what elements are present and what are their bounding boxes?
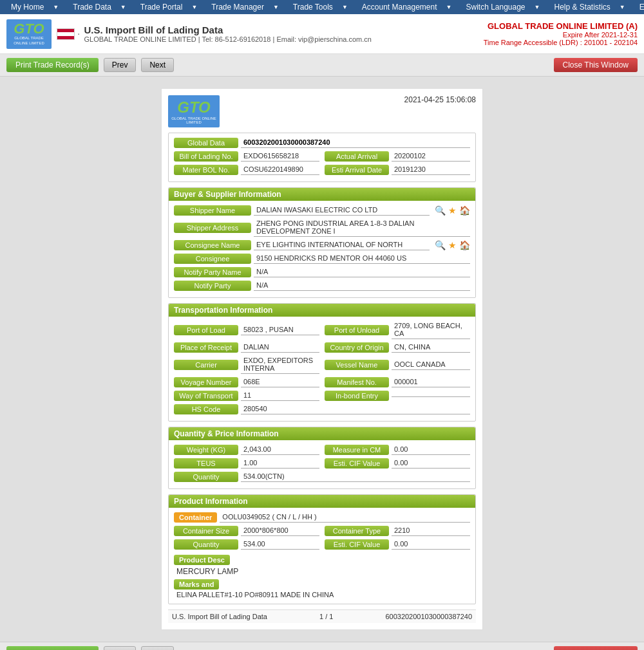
- nav-help[interactable]: Help & Statistics ▼: [547, 3, 632, 12]
- logo-area: GTO GLOBAL TRADEONLINE LIMITED ·: [6, 19, 80, 49]
- voyage-manifest-row: Voyage Number 068E Manifest No. 000001: [174, 376, 470, 387]
- voyage-row: Voyage Number 068E: [174, 376, 319, 387]
- container-value: OOLU0349052 ( CN / L / HH ): [220, 512, 470, 523]
- global-data-section: Global Data 6003202001030000387240 Bill …: [168, 133, 476, 182]
- measure-row: Measure in CM 0.00: [325, 444, 470, 455]
- shipper-name-row: Shipper Name DALIAN IWASAKI ELECTRIC CO …: [174, 205, 470, 216]
- container-row: Container OOLU0349052 ( CN / L / HH ): [174, 512, 470, 523]
- nav-tradetools[interactable]: Trade Tools ▼: [286, 3, 355, 12]
- close-button[interactable]: Close This Window: [554, 58, 638, 72]
- way-transport-label: Way of Transport: [174, 391, 238, 401]
- container-label: Container: [174, 512, 217, 523]
- quantity-label: Quantity: [174, 472, 238, 482]
- nav-language[interactable]: Switch Language ▼: [459, 3, 547, 12]
- teus-row: TEUS 1.00: [174, 458, 319, 469]
- chevron-icon: ▼: [269, 4, 283, 10]
- voyage-label: Voyage Number: [174, 377, 238, 387]
- record-gto-text: GTO: [177, 98, 211, 116]
- record-header: GTO GLOBAL TRADE ONLINE LIMITED 2021-04-…: [168, 95, 476, 127]
- inbond-row: In-bond Entry: [325, 390, 470, 401]
- actual-arrival-label: Actual Arrival: [325, 151, 389, 162]
- voyage-value: 068E: [241, 376, 319, 387]
- consignee-name-row: Consignee Name EYE LIGHTING INTERNATIONA…: [174, 239, 470, 250]
- nav-account[interactable]: Account Management ▼: [355, 3, 459, 12]
- prev-button[interactable]: Prev: [104, 58, 137, 72]
- star-icon[interactable]: ★: [448, 240, 457, 250]
- nav-exit[interactable]: Exit: [632, 3, 644, 12]
- buyer-supplier-title: Buyer & Supplier Information: [169, 188, 475, 201]
- teus-cif-row: TEUS 1.00 Esti. CIF Value 0.00: [174, 458, 470, 469]
- mater-bol-label: Mater BOL No.: [174, 165, 238, 175]
- shipper-name-icons: 🔍 ★ 🏠: [435, 205, 470, 216]
- record-logo-sub: GLOBAL TRADE ONLINE LIMITED: [168, 116, 220, 124]
- weight-label: Weight (KG): [174, 445, 238, 455]
- vessel-row: Vessel Name OOCL CANADA: [325, 355, 470, 374]
- manifest-row: Manifest No. 000001: [325, 376, 470, 387]
- bottom-print-button[interactable]: Print Trade Record(s): [6, 646, 99, 650]
- product-qty-row: Quantity 534.00: [174, 539, 319, 550]
- product-cif-value: 0.00: [392, 539, 470, 550]
- consignee-row: Consignee 9150 HENDRICKS RD MENTOR OH 44…: [174, 253, 470, 264]
- top-navigation: My Home ▼ Trade Data ▼ Trade Portal ▼ Tr…: [0, 0, 644, 14]
- quantity-price-section: Quantity & Price Information Weight (KG)…: [168, 427, 476, 489]
- search-icon[interactable]: 🔍: [435, 240, 446, 250]
- company-logo: GTO GLOBAL TRADEONLINE LIMITED: [6, 19, 52, 49]
- weight-value: 2,043.00: [241, 444, 319, 455]
- home-icon[interactable]: 🏠: [459, 240, 470, 250]
- nav-tradedata[interactable]: Trade Data ▼: [66, 3, 133, 12]
- home-icon[interactable]: 🏠: [459, 205, 470, 216]
- esti-cif-value: 0.00: [392, 458, 470, 469]
- product-qty-cif-row: Quantity 534.00 Esti. CIF Value 0.00: [174, 539, 470, 550]
- way-inbond-row: Way of Transport 11 In-bond Entry: [174, 390, 470, 401]
- print-button[interactable]: Print Trade Record(s): [6, 58, 99, 72]
- bottom-prev-button[interactable]: Prev: [104, 646, 137, 650]
- next-button[interactable]: Next: [141, 58, 174, 72]
- nav-trademanager[interactable]: Trade Manager ▼: [204, 3, 286, 12]
- bol-row: Bill of Lading No. EXDO615658218 Actual …: [174, 151, 470, 162]
- shipper-name-label: Shipper Name: [174, 205, 251, 216]
- buyer-supplier-body: Shipper Name DALIAN IWASAKI ELECTRIC CO …: [169, 201, 475, 297]
- country-origin-row: Country of Origin CN, CHINA: [325, 342, 470, 353]
- actual-arrival-row: Actual Arrival 20200102: [325, 151, 470, 162]
- shipper-address-label: Shipper Address: [174, 223, 251, 233]
- header-title-area: U.S. Import Bill of Lading Data GLOBAL T…: [84, 24, 371, 43]
- bottom-close-button[interactable]: Close This Window: [554, 646, 638, 650]
- consignee-name-icons: 🔍 ★ 🏠: [435, 240, 470, 250]
- bol-no-label: Bill of Lading No.: [174, 151, 238, 162]
- mater-bol-row: Mater BOL No. COSU6220149890: [174, 164, 319, 175]
- port-row: Port of Load 58023 , PUSAN Port of Unloa…: [174, 320, 470, 339]
- nav-tradeportal[interactable]: Trade Portal ▼: [133, 3, 205, 12]
- inbond-value: [392, 394, 470, 397]
- product-info-section: Product Information Container OOLU034905…: [168, 494, 476, 604]
- header-bar: GTO GLOBAL TRADEONLINE LIMITED · U.S. Im…: [0, 14, 644, 54]
- consignee-name-label: Consignee Name: [174, 240, 251, 250]
- carrier-value: EXDO, EXPEDITORS INTERNA: [241, 355, 319, 374]
- port-unload-row: Port of Unload 2709, LONG BEACH, CA: [325, 320, 470, 339]
- search-icon[interactable]: 🔍: [435, 205, 446, 216]
- time-range: Time Range Accessible (LDR) : 201001 - 2…: [484, 39, 638, 46]
- port-unload-value: 2709, LONG BEACH, CA: [392, 320, 470, 339]
- chevron-icon: ▼: [616, 4, 629, 10]
- marks-area: Marks and ELINA PALLET#1-10 PO#80911 MAD…: [174, 578, 470, 600]
- notify-party-name-value: N/A: [254, 266, 470, 277]
- bottom-next-button[interactable]: Next: [141, 646, 174, 650]
- consignee-name-value: EYE LIGHTING INTERNATIONAL OF NORTH: [254, 239, 430, 250]
- notify-party-label: Notify Party: [174, 281, 251, 291]
- shipper-address-row: Shipper Address ZHENG PONG INDUSTRIAL AR…: [174, 218, 470, 237]
- way-transport-value: 11: [241, 390, 319, 401]
- chevron-icon: ▼: [531, 4, 544, 10]
- logo-gto-text: GTO: [14, 22, 44, 36]
- port-load-label: Port of Load: [174, 325, 238, 335]
- star-icon[interactable]: ★: [448, 205, 457, 216]
- actual-arrival-value: 20200102: [392, 151, 470, 162]
- container-size-row: Container Size 2000*806*800: [174, 525, 319, 536]
- chevron-icon: ▼: [338, 4, 352, 10]
- bol-no-value: EXDO615658218: [241, 151, 319, 162]
- header-subtitle: GLOBAL TRADE ONLINE LIMITED | Tel: 86-51…: [84, 35, 371, 43]
- expire-date: Expire After 2021-12-31: [484, 31, 638, 39]
- quantity-value: 534.00(CTN): [241, 471, 470, 482]
- container-size-value: 2000*806*800: [241, 525, 319, 536]
- record-card: GTO GLOBAL TRADE ONLINE LIMITED 2021-04-…: [161, 88, 483, 630]
- nav-myhome[interactable]: My Home ▼: [4, 3, 66, 12]
- chevron-icon: ▼: [49, 4, 62, 10]
